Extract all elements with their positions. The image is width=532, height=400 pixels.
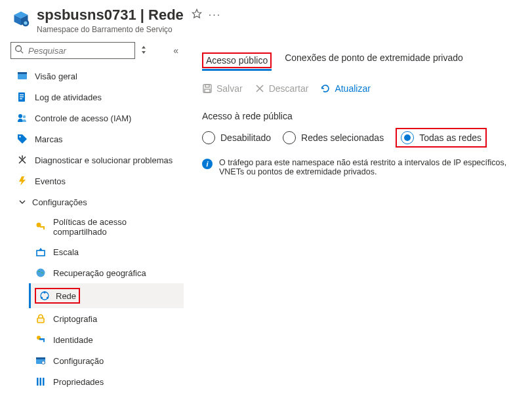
sidebar-label: Configuração xyxy=(53,356,104,366)
sidebar-item-events[interactable]: Eventos xyxy=(10,170,184,191)
page-header: spsbusns0731 | Rede ··· Namespace do Bar… xyxy=(0,0,532,38)
radio-all-networks[interactable]: Todas as redes xyxy=(401,131,481,144)
search-options-icon[interactable] xyxy=(140,45,147,57)
sidebar-item-diagnose[interactable]: Diagnosticar e solucionar problemas xyxy=(10,150,184,170)
sidebar-label: Visão geral xyxy=(35,71,77,81)
radio-icon xyxy=(283,131,296,144)
sidebar-item-identity[interactable]: Identidade xyxy=(29,329,184,350)
sidebar-label: Propriedades xyxy=(53,377,104,387)
iam-icon xyxy=(16,112,28,124)
button-label: Atualizar xyxy=(335,83,370,94)
diagnose-icon xyxy=(16,154,28,166)
globe-icon xyxy=(35,267,47,279)
svg-rect-34 xyxy=(36,357,45,359)
sidebar-item-properties[interactable]: Propriedades xyxy=(29,371,184,392)
public-access-label: Acesso à rede pública xyxy=(202,111,525,121)
config-icon xyxy=(35,355,47,367)
svg-rect-41 xyxy=(205,89,210,92)
log-icon xyxy=(16,91,28,103)
svg-rect-8 xyxy=(18,72,27,74)
sidebar-label: Diagnosticar e solucionar problemas xyxy=(35,155,173,165)
svg-point-13 xyxy=(18,114,22,118)
svg-point-35 xyxy=(42,361,45,365)
properties-icon xyxy=(35,376,47,388)
save-icon xyxy=(202,83,213,94)
svg-point-14 xyxy=(23,115,26,118)
sidebar-label: Escala xyxy=(53,247,79,257)
sidebar-item-network[interactable]: Rede xyxy=(29,283,184,308)
svg-point-26 xyxy=(43,291,45,293)
info-icon: i xyxy=(202,159,213,169)
favorite-star-icon[interactable] xyxy=(192,9,202,22)
identity-icon xyxy=(35,334,47,346)
more-icon[interactable]: ··· xyxy=(209,9,221,21)
sidebar-item-iam[interactable]: Controle de acesso (IAM) xyxy=(10,108,184,129)
svg-rect-12 xyxy=(20,98,22,99)
svg-rect-11 xyxy=(20,96,24,97)
main-content: Acesso público Conexões de ponto de extr… xyxy=(184,38,532,399)
svg-rect-40 xyxy=(205,85,209,87)
sidebar-label: Marcas xyxy=(35,134,63,144)
radio-label: Desabilitado xyxy=(220,132,271,143)
svg-rect-36 xyxy=(37,378,39,386)
sidebar-search[interactable] xyxy=(10,42,135,59)
info-message: i O tráfego para este namespace não está… xyxy=(202,158,525,176)
tag-icon xyxy=(16,133,28,145)
tab-private-endpoints[interactable]: Conexões de ponto de extremidade privado xyxy=(285,52,463,68)
svg-rect-32 xyxy=(43,340,45,342)
sidebar-item-overview[interactable]: Visão geral xyxy=(10,66,184,87)
svg-marker-19 xyxy=(19,176,26,186)
sidebar: « Visão geral Log de atividades Controle… xyxy=(0,38,184,399)
sidebar-item-configuration[interactable]: Configuração xyxy=(29,350,184,371)
svg-rect-23 xyxy=(37,250,45,256)
command-bar: Salvar Descartar Atualizar xyxy=(202,83,525,94)
page-subtitle: Namespace do Barramento de Serviço xyxy=(37,25,520,34)
scale-icon xyxy=(35,246,47,258)
collapse-sidebar-icon[interactable]: « xyxy=(173,45,178,56)
search-input[interactable] xyxy=(10,42,135,59)
sidebar-label: Criptografia xyxy=(53,314,97,324)
svg-line-4 xyxy=(21,51,24,54)
search-icon xyxy=(14,45,25,55)
sidebar-item-tags[interactable]: Marcas xyxy=(10,129,184,150)
save-button[interactable]: Salvar xyxy=(202,83,243,94)
resource-icon xyxy=(12,9,30,28)
refresh-button[interactable]: Atualizar xyxy=(320,83,370,94)
sidebar-label: Controle de acesso (IAM) xyxy=(35,113,131,123)
sidebar-label: Eventos xyxy=(35,176,66,186)
svg-marker-5 xyxy=(142,46,146,49)
svg-point-1 xyxy=(24,21,27,24)
key-icon xyxy=(35,221,47,233)
svg-rect-38 xyxy=(43,378,45,386)
events-icon xyxy=(16,175,28,187)
network-icon xyxy=(39,290,51,302)
sidebar-label: Recuperação geográfica xyxy=(53,268,146,278)
chevron-down-icon xyxy=(16,196,28,208)
svg-point-3 xyxy=(16,46,22,52)
svg-rect-31 xyxy=(39,338,45,340)
svg-point-27 xyxy=(41,296,43,298)
button-label: Salvar xyxy=(216,83,243,94)
public-access-radio-group: Desabilitado Redes selecionadas Todas as… xyxy=(202,128,525,148)
sidebar-item-scale[interactable]: Escala xyxy=(29,241,184,262)
sidebar-label: Rede xyxy=(56,291,76,301)
sidebar-section-settings[interactable]: Configurações xyxy=(10,191,184,212)
radio-selected-networks[interactable]: Redes selecionadas xyxy=(283,131,384,144)
radio-label: Redes selecionadas xyxy=(301,132,384,143)
radio-icon xyxy=(401,131,414,144)
radio-disabled[interactable]: Desabilitado xyxy=(202,131,271,144)
lock-icon xyxy=(35,313,47,325)
sidebar-item-shared-access[interactable]: Políticas de acesso compartilhado xyxy=(29,212,184,241)
page-title: spsbusns0731 | Rede xyxy=(37,7,184,24)
svg-rect-29 xyxy=(37,318,44,323)
radio-icon xyxy=(202,131,215,144)
sidebar-section-label: Configurações xyxy=(32,197,87,207)
sidebar-item-encryption[interactable]: Criptografia xyxy=(29,308,184,329)
radio-label: Todas as redes xyxy=(419,132,481,143)
discard-button[interactable]: Descartar xyxy=(255,83,309,94)
sidebar-item-geo-recovery[interactable]: Recuperação geográfica xyxy=(29,262,184,283)
svg-marker-6 xyxy=(142,51,146,54)
tab-public-access[interactable]: Acesso público xyxy=(202,52,272,68)
sidebar-item-activitylog[interactable]: Log de atividades xyxy=(10,87,184,108)
sidebar-label: Log de atividades xyxy=(35,92,102,102)
